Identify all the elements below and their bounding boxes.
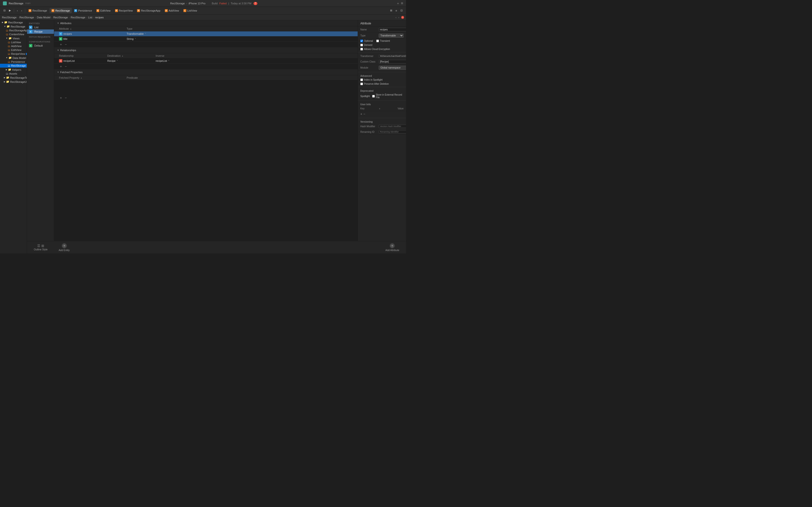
sidebar-config-default[interactable]: C Default [27,44,54,48]
fs-item-recipeview[interactable]: 🗂 RecipeView M [0,52,27,56]
fs-item-editview[interactable]: 🗂 EditView [0,48,27,52]
breadcrumb-datamodel[interactable]: Data Model [37,16,50,19]
forward-button[interactable]: › [20,8,24,13]
optional-checkbox[interactable] [360,40,363,42]
back-button[interactable]: ‹ [15,8,19,13]
inspector-button[interactable]: ⊡ [399,8,404,13]
preserve-deletion-checkbox[interactable] [360,82,363,85]
th-predicate[interactable]: Predicate [126,76,353,79]
spotlight-label: Spotlight [360,95,370,98]
rp-transformer-input[interactable] [379,54,406,58]
breadcrumb-recistorage-3[interactable]: ReciStorage [53,16,68,19]
attributes-section-header[interactable]: ▼ Attributes [54,20,358,26]
fs-item-assets[interactable]: 🗂 Assets [0,72,27,75]
fs-item-recistorageuitests[interactable]: ▶ 📁 ReciStorageUITests [0,80,27,84]
nav-next-button[interactable]: › [398,16,399,19]
tab-persistence[interactable]: P Persistence [72,8,94,13]
store-external-checkbox[interactable] [372,95,375,98]
rp-preserve-deletion-row: Preserve After Deletion [358,82,406,86]
file-icon-recistorageapp: 🗂 [6,29,8,32]
tab-recistorage-2[interactable]: R ReciStorage [50,8,72,13]
remove-attribute-inline-button[interactable]: − [64,43,68,46]
fetched-properties-section-header[interactable]: ▼ Fetched Properties [54,69,358,75]
th-destination[interactable]: Destination ▲ [107,54,156,57]
sidebar-toggle-button[interactable]: ⊟ [2,8,7,13]
layout-button[interactable]: ⊞ [401,2,403,5]
add-attribute-inline-button[interactable]: + [59,43,63,46]
tab-recistorage-1[interactable]: R ReciStorage [27,8,49,13]
th-fetched-property[interactable]: Fetched Property ▲ [59,76,126,79]
transient-label: Transient [380,40,390,42]
add-tab-button[interactable]: + [397,1,399,5]
fs-item-recistorage-root[interactable]: ▶ 📁 ReciStorage [0,20,27,24]
attr-row-title[interactable]: S title String ⌃ [54,37,358,42]
th-relationship[interactable]: Relationship [59,54,107,57]
rp-hash-modifier-input[interactable] [379,125,406,128]
preserve-deletion-label: Preserve After Deletion [364,82,389,85]
derived-checkbox[interactable] [360,44,363,46]
th-type[interactable]: Type [126,27,353,30]
fs-item-recistorageapp[interactable]: 🗂 ReciStorageApp [0,29,27,32]
fs-label-recistorageapp: ReciStorageApp [9,29,27,32]
tab-editview[interactable]: E EditView [95,8,113,13]
fs-item-recistorage-group[interactable]: ▼ 📁 ReciStorage [0,24,27,29]
rp-renaming-id-input[interactable] [379,130,406,133]
relationships-section-header[interactable]: ▼ Relationships [54,47,358,53]
index-spotlight-checkbox[interactable] [360,78,363,81]
rp-optional-row: Optional Transient [358,39,406,43]
rel-row-recipelist[interactable]: O recipeList Recipe ⌃ recipeList ⌃ [54,58,358,63]
fetched-properties-empty [54,80,358,95]
fs-item-recistoragetests[interactable]: ▶ 📁 ReciStorageTests [0,75,27,80]
grid-view-button[interactable]: ⊞ [389,8,394,13]
close-breadcrumb-button[interactable]: × [401,16,404,19]
rp-module-select[interactable]: Global namespace Current Product Module [379,66,406,70]
breadcrumb-list[interactable]: List [88,16,92,19]
tab-listview[interactable]: L ListView [182,8,199,13]
add-entity-button[interactable]: Add Entity [57,242,72,252]
remove-user-info-button[interactable]: − [363,112,365,116]
breadcrumb-recistorage-2[interactable]: ReciStorage [19,16,34,19]
list-view-button[interactable]: ≡ [394,8,399,13]
fs-item-views[interactable]: ▼ 📁 Views [0,36,27,40]
rp-custom-class-input[interactable] [379,60,406,63]
fs-item-persistence[interactable]: 🗂 Persistence [0,60,27,64]
remove-relationship-inline-button[interactable]: − [64,64,68,68]
attr-row-recipes[interactable]: T recipes Transformable ⌃ [54,32,358,37]
add-relationship-inline-button[interactable]: + [59,64,63,68]
add-user-info-button[interactable]: + [360,112,362,116]
outline-style-button[interactable]: ☰ ⊞ Outline Style [32,243,50,252]
add-fetched-inline-button[interactable]: + [59,96,63,100]
breadcrumb-recipes[interactable]: recipes [95,16,104,19]
transient-checkbox[interactable] [376,40,379,42]
add-attribute-button[interactable]: Add Attribute [384,242,401,252]
fs-item-datamodel[interactable]: ▼ 📁 Data Model [0,56,27,60]
folder-arrow-views: ▼ [6,37,8,39]
breadcrumb-recistorage-1[interactable]: ReciStorage [2,16,17,19]
rp-type-select[interactable]: Transformable String Integer 16 Integer … [379,34,404,38]
run-button[interactable]: ▶ [7,8,12,13]
title-bar-left: ReciStorage main [3,1,31,5]
sidebar-entity-recipe[interactable]: E Recipe [27,30,54,34]
tab-recistorageapp[interactable]: R ReciStorageApp [135,8,162,13]
th-inverse[interactable]: Inverse [156,54,353,57]
breadcrumb-recistorage-4[interactable]: ReciStorage [71,16,86,19]
attributes-label: Attributes [60,22,71,24]
fs-item-addview[interactable]: 🗂 AddView [0,44,27,48]
title-bar-right[interactable]: + ⊞ [397,1,403,5]
remove-fetched-inline-button[interactable]: − [64,96,68,100]
fs-item-recistorage-xcdatamodel[interactable]: 🗂 ReciStorage M [0,64,27,68]
nav-prev-button[interactable]: ‹ [396,16,397,19]
sidebar-entity-list[interactable]: E List [27,25,54,30]
folder-icon-datamodel: 📁 [8,56,12,59]
attr-recipes-name: T recipes [59,32,126,36]
sort-arrow-fp: ▲ [80,77,82,79]
rp-name-input[interactable] [379,28,406,32]
fs-label-recipeview: RecipeView [11,52,25,55]
fs-item-helpers[interactable]: ▶ 📁 Helpers [0,68,27,72]
cloud-encryption-checkbox[interactable] [360,48,363,50]
tab-addview[interactable]: A AddView [163,8,181,13]
th-attribute[interactable]: Attribute ▲ [59,27,126,30]
fs-item-contentview[interactable]: 🗂 ContentView [0,32,27,36]
fs-item-listview[interactable]: 🗂 ListView [0,40,27,44]
tab-recipeview[interactable]: R RecipeView [113,8,135,13]
